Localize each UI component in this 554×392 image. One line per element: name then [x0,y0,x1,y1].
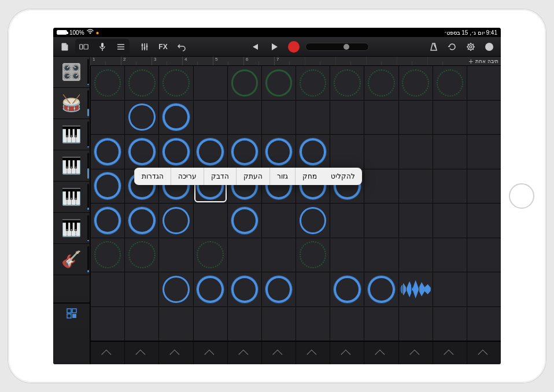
loop-cell[interactable] [193,204,227,238]
loop-cell[interactable] [124,307,158,341]
loop-cell[interactable] [398,272,433,306]
loop-cell[interactable] [433,169,467,204]
column-trigger[interactable] [433,342,467,364]
mixer-button[interactable] [136,39,153,54]
my-songs-button[interactable] [57,39,73,54]
loop-cell[interactable] [433,204,467,238]
loop-cell[interactable] [398,135,433,169]
loop-cell[interactable] [364,101,398,135]
column-trigger[interactable] [467,342,501,364]
loop-cell[interactable] [364,135,398,169]
tracks-button[interactable] [113,39,129,54]
loop-cell[interactable] [364,238,398,272]
context-menu-item[interactable]: הדבק [204,168,236,185]
loop-cell[interactable] [124,101,158,135]
loop-cell[interactable] [124,238,158,272]
help-button[interactable]: ? [481,39,497,54]
ruler-mark[interactable]: 4 [182,57,213,65]
column-trigger[interactable] [296,342,330,364]
metronome-button[interactable] [426,39,442,54]
ruler-mark[interactable]: 1 [90,57,121,65]
grid-view-toggle[interactable] [53,303,90,326]
add-section-icon[interactable]: + [468,57,473,66]
loop-cell[interactable] [227,135,261,169]
loop-cell[interactable] [364,204,398,238]
section-label[interactable]: תיבה אחת [475,58,498,64]
loop-cell[interactable] [158,135,193,169]
loop-cell[interactable] [227,238,261,272]
loop-cell[interactable] [90,204,124,238]
track-header-percussion[interactable]: 🥁 [53,88,90,119]
loop-cell[interactable] [398,307,433,341]
ruler-mark[interactable]: 7 [274,57,305,65]
track-header-bass-guitar[interactable]: 🎸 [53,244,90,275]
loop-cell[interactable] [227,272,261,306]
context-menu-item[interactable]: הגדרות [134,168,171,185]
loop-cell[interactable] [158,101,193,135]
loop-cell[interactable] [467,169,501,204]
loop-cell[interactable] [398,238,433,272]
ruler-mark[interactable]: 2 [121,57,152,65]
loop-cell[interactable] [261,307,296,341]
loop-cell[interactable] [364,66,398,100]
context-menu-item[interactable]: העתק [236,168,269,185]
loop-cell[interactable] [90,135,124,169]
loop-cell[interactable] [467,135,501,169]
loop-cell[interactable] [330,66,364,100]
loop-cell[interactable] [90,66,124,100]
loop-cell[interactable] [124,66,158,100]
loop-cell[interactable] [330,135,364,169]
loop-cell[interactable] [261,135,296,169]
loop-cell[interactable] [296,272,330,306]
track-header-grand-piano[interactable]: 🎹 [53,150,90,182]
loop-cell[interactable] [467,66,501,100]
track-header-drum-machine[interactable]: 🎛️ [53,57,90,88]
loop-cell[interactable] [193,135,227,169]
column-trigger[interactable] [261,342,296,364]
loop-cell[interactable] [296,101,330,135]
loop-cell[interactable] [90,101,124,135]
column-trigger[interactable] [193,342,227,364]
loop-cell[interactable] [227,101,261,135]
loop-cell[interactable] [296,135,330,169]
loop-cell[interactable] [433,101,467,135]
loop-cell[interactable] [433,238,467,272]
context-menu-item[interactable]: מחק [295,168,324,185]
loop-cell[interactable] [193,101,227,135]
loop-cell[interactable] [193,66,227,100]
context-menu-item[interactable]: עריכה [171,168,204,185]
track-header-electric-piano[interactable]: 🎹 [53,182,90,213]
column-trigger[interactable] [364,342,398,364]
loop-cell[interactable] [90,238,124,272]
loop-cell[interactable] [467,307,501,341]
loop-cell[interactable] [398,204,433,238]
track-header-sampler[interactable]: 🎹 [53,119,90,150]
loop-cell[interactable] [296,238,330,272]
loop-cell[interactable] [90,307,124,341]
loop-cell[interactable] [398,169,433,204]
loop-cell[interactable] [330,307,364,341]
loop-cell[interactable] [467,272,501,306]
loop-cell[interactable] [296,66,330,100]
loop-cell[interactable] [296,204,330,238]
loop-cell[interactable] [227,204,261,238]
loop-cell[interactable] [261,66,296,100]
context-menu-item[interactable]: גזור [269,168,295,185]
loop-cell[interactable] [467,238,501,272]
loop-cell[interactable] [330,238,364,272]
ruler-mark[interactable]: 6 [243,57,274,65]
loop-cell[interactable] [124,204,158,238]
loop-cell[interactable] [227,307,261,341]
undo-button[interactable] [173,39,190,54]
loop-cell[interactable] [433,307,467,341]
play-button[interactable] [266,39,282,54]
loop-cell[interactable] [158,272,193,306]
loop-cell[interactable] [330,204,364,238]
settings-button[interactable] [463,39,479,54]
loop-cell[interactable] [193,238,227,272]
loop-cell[interactable] [193,272,227,306]
track-header-keyboard[interactable]: 🎹 [53,213,90,244]
loop-cell[interactable] [433,272,467,306]
loop-cell[interactable] [227,66,261,100]
loop-cell[interactable] [124,135,158,169]
